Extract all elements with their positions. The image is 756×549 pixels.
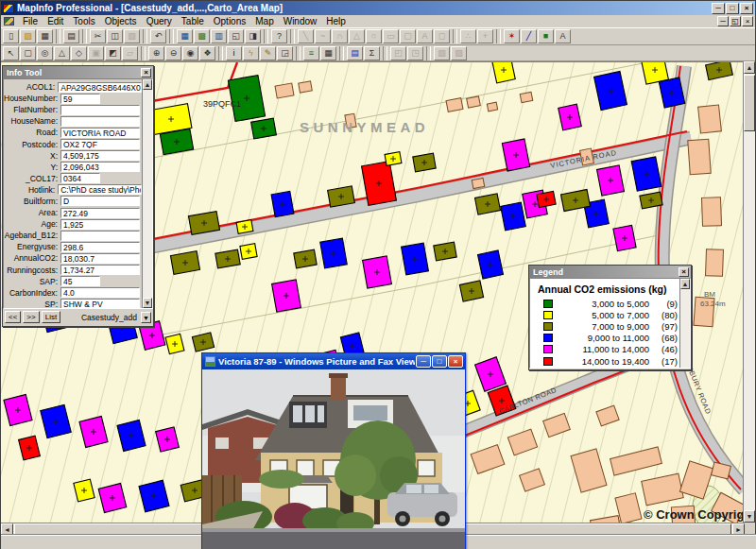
zoom-out-button[interactable]: ⊖: [165, 46, 181, 60]
copy-button[interactable]: ◫: [107, 29, 123, 43]
undo-button[interactable]: ↶: [150, 29, 166, 43]
ruler-button[interactable]: ▦: [320, 46, 336, 60]
info-field-value[interactable]: [60, 116, 140, 127]
ellipse-tool-button[interactable]: ○: [366, 29, 382, 43]
child-minimize-button[interactable]: ─: [717, 16, 729, 26]
info-field-value[interactable]: 59: [60, 94, 100, 104]
scroll-left-arrow[interactable]: ◄: [1, 523, 13, 535]
scroll-right-arrow[interactable]: ►: [732, 523, 745, 535]
info-field-value[interactable]: 0364: [60, 173, 100, 183]
info-field-value[interactable]: 18,030.7: [60, 253, 140, 264]
map-building[interactable]: [299, 81, 313, 93]
map-building[interactable]: [472, 178, 484, 188]
info-list-button[interactable]: List: [42, 311, 60, 323]
polygon-tool-button[interactable]: △: [349, 29, 365, 43]
polyline-tool-button[interactable]: ~: [315, 29, 331, 43]
text-tool-button[interactable]: A: [417, 29, 433, 43]
label-button[interactable]: ✎: [260, 46, 276, 60]
new-redistricter-button[interactable]: ◨: [245, 29, 261, 43]
info-field-value[interactable]: 298.6: [60, 242, 140, 252]
legend-titlebar[interactable]: Legend ×: [529, 266, 691, 278]
polygon-select-button[interactable]: △: [54, 46, 70, 60]
info-field-value[interactable]: OX2 7QF: [60, 139, 140, 149]
zoom-in-button[interactable]: ⊕: [148, 46, 164, 60]
new-mapper-button[interactable]: ▩: [194, 29, 210, 43]
info-field-value[interactable]: 272.49: [60, 208, 140, 218]
info-field-value[interactable]: 4,509,175: [60, 150, 140, 161]
arc-tool-button[interactable]: ∩: [332, 29, 348, 43]
graph-select-button[interactable]: ▱: [122, 46, 138, 60]
map-window-icon[interactable]: [4, 17, 14, 26]
info-field-value[interactable]: 2,096,043: [60, 162, 140, 172]
unselect-all-button[interactable]: ▣: [88, 46, 104, 60]
menu-item[interactable]: Tools: [68, 15, 99, 27]
info-next-button[interactable]: >>: [23, 311, 39, 323]
child-restore-button[interactable]: ◱: [730, 16, 741, 26]
boundary-select-button[interactable]: ◇: [71, 46, 87, 60]
set-target-district-button[interactable]: ◰: [390, 46, 406, 60]
info-field-value[interactable]: D: [60, 196, 140, 206]
add-node-button[interactable]: +: [477, 29, 493, 43]
map-building[interactable]: [698, 105, 722, 133]
info-field-value[interactable]: SHW & PV: [60, 299, 140, 309]
table-dropdown-arrow[interactable]: ▼: [141, 312, 151, 323]
menu-item[interactable]: Window: [279, 15, 322, 27]
info-field-value[interactable]: 45: [60, 276, 100, 286]
select-tool-button[interactable]: ↖: [3, 46, 19, 60]
map-building[interactable]: [275, 83, 294, 98]
info-prev-button[interactable]: <<: [5, 311, 21, 323]
info-field-value[interactable]: APA29G8GSB6446X0LU: [58, 82, 142, 93]
info-tool-button[interactable]: i: [226, 46, 242, 60]
menu-item[interactable]: Map: [250, 15, 278, 27]
menu-item[interactable]: Options: [209, 15, 250, 27]
map-building[interactable]: [706, 249, 724, 277]
rounded-rectangle-tool-button[interactable]: ▢: [400, 29, 416, 43]
info-field-value[interactable]: VICTORIA ROAD: [60, 128, 140, 138]
new-browser-button[interactable]: ▦: [177, 29, 193, 43]
line-style-button[interactable]: ╱: [521, 29, 537, 43]
map-building[interactable]: [487, 102, 497, 112]
info-field-value[interactable]: C:\PhD case study\Photographic su: [58, 184, 142, 195]
menu-item[interactable]: Table: [177, 15, 209, 27]
close-button[interactable]: ×: [740, 3, 753, 14]
scroll-up-arrow[interactable]: ▲: [744, 61, 755, 74]
open-table-button[interactable]: ▨: [20, 29, 36, 43]
cut-button[interactable]: ✂: [90, 29, 106, 43]
show-legend-button[interactable]: ▤: [347, 46, 363, 60]
save-table-button[interactable]: ▦: [37, 29, 53, 43]
scroll-up-arrow[interactable]: ▲: [680, 279, 690, 289]
new-layout-button[interactable]: ◱: [228, 29, 244, 43]
marquee-select-button[interactable]: ▢: [20, 46, 36, 60]
scroll-up-arrow[interactable]: ▲: [143, 79, 152, 90]
change-zoom-button[interactable]: ◉: [182, 46, 198, 60]
new-grapher-button[interactable]: ▥: [211, 29, 227, 43]
child-close-button[interactable]: ×: [742, 16, 753, 26]
menu-item[interactable]: Objects: [100, 15, 142, 27]
new-table-button[interactable]: ▯: [3, 29, 19, 43]
rectangle-tool-button[interactable]: ▭: [383, 29, 399, 43]
map-building[interactable]: [520, 92, 532, 102]
app-titlebar[interactable]: MapInfo Professional - [Casestudy_add,..…: [1, 1, 755, 15]
legend-scrollbar[interactable]: ▲: [679, 279, 690, 368]
menu-item[interactable]: Edit: [43, 15, 68, 27]
hotlink-button[interactable]: ϟ: [243, 46, 259, 60]
info-field-value[interactable]: 4.0: [60, 287, 140, 298]
help-pointer-button[interactable]: ?: [271, 29, 287, 43]
frame-tool-button[interactable]: ◻: [434, 29, 450, 43]
info-field-value[interactable]: 1,925: [60, 219, 140, 230]
statistics-button[interactable]: Σ: [364, 46, 380, 60]
drag-map-button[interactable]: ◲: [277, 46, 293, 60]
map-building[interactable]: [467, 96, 481, 108]
symbol-style-button[interactable]: ✶: [504, 29, 520, 43]
menu-item[interactable]: Query: [142, 15, 177, 27]
scroll-down-arrow[interactable]: ▼: [143, 298, 152, 308]
print-button[interactable]: ▤: [63, 29, 79, 43]
radius-select-button[interactable]: ◎: [37, 46, 53, 60]
viewer-minimize-button[interactable]: ─: [416, 355, 431, 368]
paste-button[interactable]: ▧: [124, 29, 140, 43]
reshape-button[interactable]: ∴: [460, 29, 476, 43]
scroll-down-arrow[interactable]: ▼: [744, 510, 755, 523]
clip-region-button[interactable]: ▧: [434, 46, 450, 60]
photo-viewer-titlebar[interactable]: Victoria 87-89 - Windows Picture and Fax…: [202, 353, 465, 369]
map-building[interactable]: [688, 139, 711, 174]
